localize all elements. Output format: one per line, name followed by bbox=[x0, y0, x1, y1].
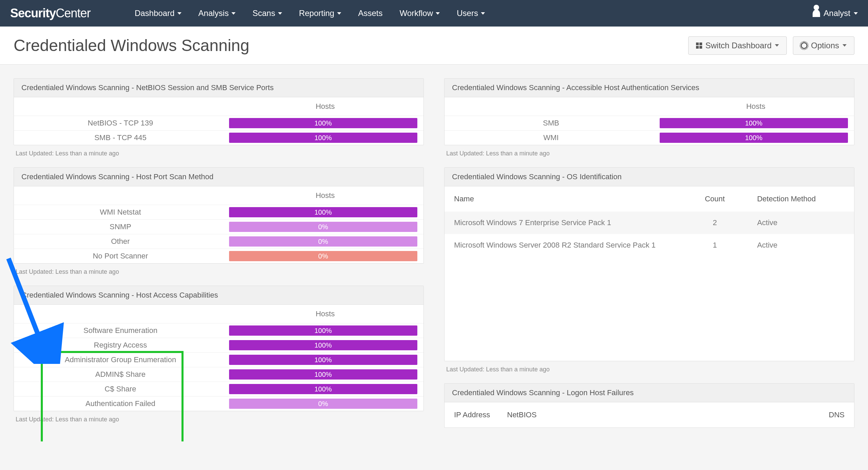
col-hosts: Hosts bbox=[227, 97, 423, 116]
switch-dashboard-button[interactable]: Switch Dashboard bbox=[688, 36, 787, 55]
panel-title: Credentialed Windows Scanning - Host Por… bbox=[14, 168, 423, 186]
table-row[interactable]: NetBIOS - TCP 139100% bbox=[14, 116, 423, 131]
progress-bar: 100% bbox=[229, 369, 417, 380]
hosts-bar-table: Hosts SMB100%WMI100% bbox=[445, 97, 854, 145]
progress-bar: 0% bbox=[229, 399, 417, 409]
os-table: Name Count Detection Method Microsoft Wi… bbox=[445, 186, 854, 256]
nav-item-workflow[interactable]: Workflow bbox=[400, 9, 440, 18]
col-hosts: Hosts bbox=[227, 186, 423, 205]
row-bar-cell: 100% bbox=[227, 338, 423, 353]
panel-title: Credentialed Windows Scanning - Accessib… bbox=[445, 79, 854, 97]
row-bar-cell: 0% bbox=[227, 249, 423, 264]
table-row[interactable]: Administrator Group Enumeration100% bbox=[14, 353, 423, 367]
panel-title: Credentialed Windows Scanning - Host Acc… bbox=[14, 286, 423, 305]
brand-logo: SecurityCenter bbox=[10, 6, 90, 20]
nav-item-scans[interactable]: Scans bbox=[253, 9, 282, 18]
progress-bar: 100% bbox=[229, 355, 417, 365]
table-row[interactable]: Other0% bbox=[14, 234, 423, 249]
row-bar-cell: 100% bbox=[227, 205, 423, 220]
dashboard-grid: Credentialed Windows Scanning - NetBIOS … bbox=[0, 65, 868, 441]
brand-bold: Security bbox=[10, 6, 56, 20]
grid-icon bbox=[696, 43, 702, 49]
progress-bar: 100% bbox=[660, 118, 848, 128]
table-row[interactable]: SMB - TCP 445100% bbox=[14, 131, 423, 145]
gear-icon bbox=[801, 42, 808, 49]
table-row[interactable]: SMB100% bbox=[445, 116, 854, 131]
progress-bar: 100% bbox=[229, 118, 417, 128]
table-row[interactable]: Microsoft Windows Server 2008 R2 Standar… bbox=[445, 234, 854, 256]
row-bar-cell: 100% bbox=[658, 131, 854, 145]
options-label: Options bbox=[811, 41, 839, 50]
chevron-down-icon bbox=[854, 12, 858, 15]
progress-bar: 100% bbox=[229, 133, 417, 143]
row-label: Authentication Failed bbox=[14, 397, 227, 411]
table-row[interactable]: Registry Access100% bbox=[14, 338, 423, 353]
last-updated: Last Updated: Less than a minute ago bbox=[444, 145, 854, 157]
col-dns[interactable]: DNS bbox=[829, 410, 845, 419]
row-bar-cell: 0% bbox=[227, 220, 423, 234]
nav-links: DashboardAnalysisScansReportingAssetsWor… bbox=[135, 9, 485, 18]
nav-item-reporting[interactable]: Reporting bbox=[299, 9, 341, 18]
col-ip[interactable]: IP Address bbox=[454, 410, 490, 419]
table-row[interactable]: ADMIN$ Share100% bbox=[14, 367, 423, 382]
row-bar-cell: 0% bbox=[227, 234, 423, 249]
row-bar-cell: 100% bbox=[227, 323, 423, 338]
options-button[interactable]: Options bbox=[793, 36, 854, 55]
progress-bar: 100% bbox=[660, 133, 848, 143]
row-bar-cell: 0% bbox=[227, 397, 423, 411]
nav-item-assets[interactable]: Assets bbox=[358, 9, 383, 18]
row-label: Administrator Group Enumeration bbox=[14, 353, 227, 367]
panel-auth-services: Credentialed Windows Scanning - Accessib… bbox=[444, 78, 854, 157]
last-updated: Last Updated: Less than a minute ago bbox=[14, 411, 424, 423]
col-hosts: Hosts bbox=[658, 97, 854, 116]
col-method[interactable]: Detection Method bbox=[748, 186, 854, 212]
hosts-bar-table: Hosts WMI Netstat100%SNMP0%Other0%No Por… bbox=[14, 186, 423, 263]
cell-count: 2 bbox=[682, 212, 748, 234]
table-row[interactable]: Software Enumeration100% bbox=[14, 323, 423, 338]
row-label: WMI bbox=[445, 131, 658, 145]
table-row[interactable]: Authentication Failed0% bbox=[14, 397, 423, 411]
last-updated: Last Updated: Less than a minute ago bbox=[14, 264, 424, 275]
table-row[interactable]: C$ Share100% bbox=[14, 382, 423, 397]
panel-title: Credentialed Windows Scanning - Logon Ho… bbox=[445, 384, 854, 402]
row-label: No Port Scanner bbox=[14, 249, 227, 264]
row-label: Software Enumeration bbox=[14, 323, 227, 338]
col-name[interactable]: Name bbox=[445, 186, 682, 212]
progress-bar: 0% bbox=[229, 251, 417, 261]
nav-item-users[interactable]: Users bbox=[457, 9, 485, 18]
progress-bar: 100% bbox=[229, 325, 417, 336]
table-row[interactable]: WMI Netstat100% bbox=[14, 205, 423, 220]
user-menu[interactable]: Analyst bbox=[813, 9, 858, 18]
nav-item-label: Analysis bbox=[198, 9, 229, 18]
table-row[interactable]: WMI100% bbox=[445, 131, 854, 145]
row-bar-cell: 100% bbox=[658, 116, 854, 131]
col-netbios[interactable]: NetBIOS bbox=[507, 410, 537, 419]
dashboard-column-right: Credentialed Windows Scanning - Accessib… bbox=[444, 78, 854, 428]
nav-item-dashboard[interactable]: Dashboard bbox=[135, 9, 181, 18]
progress-bar: 0% bbox=[229, 222, 417, 232]
row-bar-cell: 100% bbox=[227, 131, 423, 145]
row-bar-cell: 100% bbox=[227, 382, 423, 397]
panel-host-access-capabilities: Credentialed Windows Scanning - Host Acc… bbox=[14, 286, 424, 423]
col-count[interactable]: Count bbox=[682, 186, 748, 212]
row-label: C$ Share bbox=[14, 382, 227, 397]
row-label: Registry Access bbox=[14, 338, 227, 353]
lhf-header-row: IP Address NetBIOS DNS bbox=[445, 402, 854, 427]
panel-title: Credentialed Windows Scanning - OS Ident… bbox=[445, 168, 854, 186]
cell-name: Microsoft Windows Server 2008 R2 Standar… bbox=[445, 234, 682, 256]
chevron-down-icon bbox=[231, 12, 236, 15]
row-label: SMB - TCP 445 bbox=[14, 131, 227, 145]
progress-bar: 100% bbox=[229, 207, 417, 217]
panel-title: Credentialed Windows Scanning - NetBIOS … bbox=[14, 79, 423, 97]
header-buttons: Switch Dashboard Options bbox=[688, 36, 854, 55]
chevron-down-icon bbox=[337, 12, 341, 15]
table-row[interactable]: SNMP0% bbox=[14, 220, 423, 234]
chevron-down-icon bbox=[278, 12, 282, 15]
table-row[interactable]: Microsoft Windows 7 Enterprise Service P… bbox=[445, 212, 854, 234]
page-header: Credentialed Windows Scanning Switch Das… bbox=[0, 27, 868, 65]
table-row[interactable]: No Port Scanner0% bbox=[14, 249, 423, 264]
user-icon bbox=[813, 10, 820, 17]
hosts-bar-table: Hosts NetBIOS - TCP 139100%SMB - TCP 445… bbox=[14, 97, 423, 145]
nav-item-analysis[interactable]: Analysis bbox=[198, 9, 236, 18]
row-bar-cell: 100% bbox=[227, 353, 423, 367]
